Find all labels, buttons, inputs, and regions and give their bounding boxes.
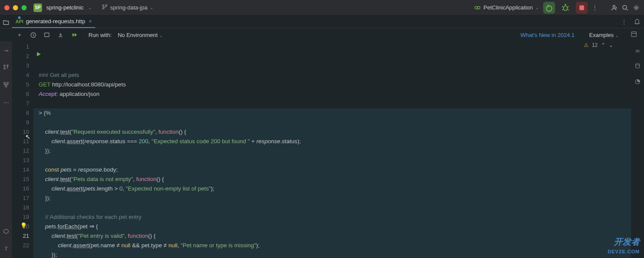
- project-name-dropdown[interactable]: spring-petclinic: [46, 4, 84, 11]
- convert-icon[interactable]: [43, 32, 51, 38]
- more-actions-icon[interactable]: ⋮: [592, 4, 598, 11]
- terminal-tool-icon[interactable]: T: [4, 245, 7, 252]
- pull-requests-tool-icon[interactable]: [3, 64, 9, 71]
- titlebar: SP spring-petclinic ⌄ spring-data-jpa ⌄ …: [0, 0, 644, 15]
- search-icon[interactable]: [622, 4, 629, 11]
- run-button[interactable]: [543, 2, 555, 14]
- whats-new-link[interactable]: What's New in 2024.1: [520, 32, 574, 38]
- import-icon[interactable]: [57, 32, 64, 38]
- coverage-tool-icon[interactable]: [635, 79, 641, 86]
- http-editor-toolbar: ＋ Run with: No Environment ⌄ What's New …: [0, 28, 644, 41]
- svg-rect-18: [5, 86, 7, 87]
- examples-dropdown[interactable]: Examples ⌄: [589, 32, 619, 38]
- add-request-icon[interactable]: ＋: [15, 31, 23, 39]
- modified-indicator-icon: [18, 16, 21, 19]
- tab-filename: generated-requests.http: [26, 18, 85, 25]
- notifications-icon[interactable]: [634, 18, 641, 26]
- environment-dropdown[interactable]: No Environment ⌄: [118, 32, 163, 38]
- svg-rect-17: [7, 83, 9, 84]
- prev-highlight-icon[interactable]: ⌃: [601, 42, 605, 48]
- project-badge: SP: [33, 3, 42, 12]
- svg-point-1: [102, 8, 104, 9]
- chevron-down-icon: ⌄: [150, 5, 153, 10]
- editor-tabs: API generated-requests.http × ⋮: [0, 15, 644, 28]
- svg-point-13: [4, 65, 6, 67]
- stop-button[interactable]: [576, 2, 588, 14]
- run-config-name: PetClinicApplication: [483, 4, 533, 11]
- main-area: ⊸ ⋯ T 1234567891011121314151617181920212…: [0, 41, 644, 258]
- run-with-label: Run with:: [88, 32, 112, 38]
- history-icon[interactable]: [29, 32, 37, 38]
- build-tool-icon[interactable]: [3, 228, 9, 236]
- vcs-branch-dropdown[interactable]: spring-data-jpa ⌄: [102, 4, 154, 11]
- svg-point-5: [564, 6, 568, 10]
- svg-point-2: [105, 5, 107, 6]
- code-with-me-icon[interactable]: [611, 4, 617, 11]
- warning-count: 12: [592, 42, 598, 48]
- layout-icon[interactable]: [631, 31, 637, 39]
- minimize-window-icon[interactable]: [13, 5, 18, 10]
- warning-icon: ⚠: [584, 42, 589, 48]
- svg-point-19: [636, 64, 640, 65]
- run-gutter-icon[interactable]: [36, 52, 41, 58]
- database-tool-icon[interactable]: [635, 63, 641, 70]
- tab-menu-icon[interactable]: ⋮: [621, 18, 644, 25]
- svg-point-8: [623, 5, 627, 9]
- maven-tool-icon[interactable]: m: [635, 47, 639, 54]
- svg-rect-16: [4, 83, 6, 84]
- code-editor[interactable]: 12345678910111213141516171819202122 💡 ##…: [12, 41, 631, 258]
- close-window-icon[interactable]: [4, 5, 9, 10]
- svg-rect-11: [45, 33, 49, 37]
- settings-gear-icon[interactable]: [633, 4, 640, 11]
- structure-tool-icon[interactable]: [3, 82, 9, 89]
- run-config-icon: [474, 4, 481, 11]
- window-controls: [4, 5, 27, 10]
- intention-bulb-icon[interactable]: 💡: [20, 221, 27, 230]
- commits-tool-icon[interactable]: ⊸: [4, 47, 9, 54]
- mouse-cursor-icon: ↖: [25, 133, 30, 140]
- close-tab-icon[interactable]: ×: [88, 18, 92, 25]
- run-all-icon[interactable]: [70, 32, 78, 38]
- svg-point-3: [475, 6, 477, 9]
- more-tools-icon[interactable]: ⋯: [3, 99, 9, 106]
- watermark: 开发者DEVZE.COM: [608, 237, 640, 255]
- svg-rect-6: [580, 5, 584, 10]
- branch-icon: [102, 4, 108, 11]
- project-tool-icon[interactable]: [3, 19, 9, 27]
- svg-point-14: [4, 68, 6, 70]
- code-content[interactable]: 💡 ### Get all petsGET http://localhost:8…: [33, 41, 631, 258]
- file-tab[interactable]: API generated-requests.http ×: [12, 15, 95, 28]
- svg-point-4: [477, 6, 480, 9]
- svg-point-9: [635, 7, 637, 9]
- svg-point-0: [102, 5, 104, 6]
- branch-name: spring-data-jpa: [110, 4, 148, 11]
- run-configuration-dropdown[interactable]: PetClinicApplication ⌄: [474, 4, 539, 11]
- chevron-down-icon: ⌄: [88, 5, 91, 10]
- next-highlight-icon[interactable]: ⌄: [609, 42, 613, 48]
- right-tool-strip: m: [631, 41, 644, 258]
- svg-point-7: [613, 5, 615, 7]
- chevron-down-icon: ⌄: [535, 5, 539, 10]
- debug-button[interactable]: [559, 2, 571, 14]
- inspection-status[interactable]: ⚠ 12 ⌃ ⌄: [584, 42, 613, 48]
- maximize-window-icon[interactable]: [21, 5, 27, 10]
- http-file-icon: API: [15, 19, 23, 24]
- svg-rect-12: [632, 32, 636, 37]
- left-tool-strip: ⊸ ⋯ T: [0, 41, 12, 258]
